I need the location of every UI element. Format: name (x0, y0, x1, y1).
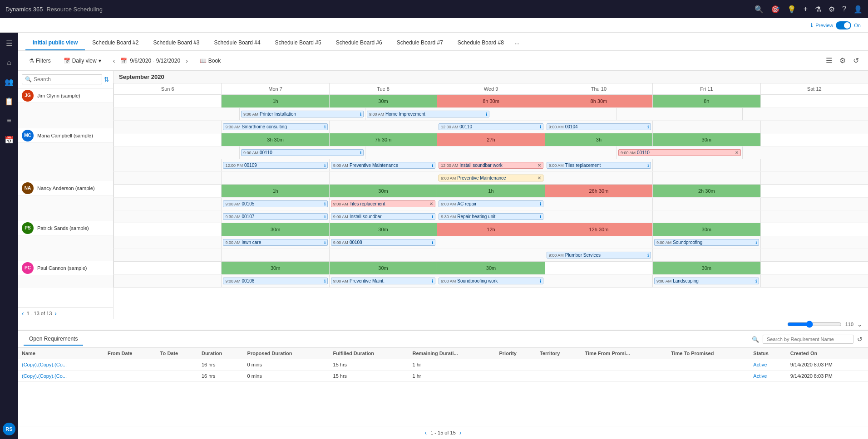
booking-info-icon[interactable]: ℹ (432, 163, 433, 168)
preview-toggle[interactable] (836, 21, 851, 29)
status-link[interactable]: Active (753, 362, 767, 367)
next-date-button[interactable]: › (183, 56, 191, 65)
booking-item[interactable]: 9:30 AM Smarthome consulting ℹ (223, 123, 327, 130)
sidebar-calendar-icon[interactable]: 📅 (2, 133, 16, 147)
pagination-next[interactable]: › (459, 429, 462, 436)
booking-info-icon[interactable]: ℹ (324, 279, 326, 283)
booking-item[interactable]: 9:00 AM 00105 ℹ (223, 200, 327, 207)
open-requirements-tab[interactable]: Open Requirements (24, 333, 83, 346)
sidebar-home-icon[interactable]: ⌂ (4, 56, 14, 69)
tab-schedule-board-3[interactable]: Schedule Board #3 (146, 36, 207, 50)
col-duration[interactable]: Duration (198, 348, 244, 359)
sidebar-list-icon[interactable]: ≡ (4, 114, 14, 127)
tab-schedule-board-8[interactable]: Schedule Board #8 (450, 36, 511, 50)
close-icon[interactable]: ✕ (429, 201, 433, 206)
booking-item[interactable]: 9:00 AM Landscaping ℹ (654, 278, 759, 284)
booking-item[interactable]: 9:00 AM 00108 ℹ (331, 239, 435, 246)
booking-item[interactable]: 9:00 AM Tiles replacement ℹ (547, 162, 651, 169)
booking-info-icon[interactable]: ℹ (360, 151, 361, 155)
col-fulfilled-duration[interactable]: Fulfilled Duration (330, 348, 409, 359)
filters-button[interactable]: ⚗ Filters (25, 56, 54, 66)
tab-schedule-board-6[interactable]: Schedule Board #6 (329, 36, 390, 50)
booking-info-icon[interactable]: ℹ (647, 163, 649, 168)
booking-info-icon[interactable]: ℹ (324, 240, 326, 245)
booking-info-icon[interactable]: ℹ (647, 253, 649, 258)
col-created-on[interactable]: Created On (787, 348, 868, 359)
booking-info-icon[interactable]: ℹ (432, 279, 433, 283)
sort-icon[interactable]: ⇅ (104, 76, 109, 83)
search-req-input[interactable] (763, 335, 853, 344)
resource-next-arrow[interactable]: › (54, 310, 57, 317)
col-to-date[interactable]: To Date (157, 348, 198, 359)
pagination-prev[interactable]: ‹ (425, 429, 427, 436)
booking-item[interactable]: 9:00 AM AC repair ℹ (439, 200, 543, 207)
req-name-link[interactable]: (Copy).(Copy).(Co... (22, 373, 67, 379)
col-name[interactable]: Name (18, 348, 104, 359)
sidebar-menu-icon[interactable]: ☰ (3, 36, 15, 50)
settings-icon[interactable]: ⚙ (829, 5, 835, 14)
user-avatar[interactable]: RS (3, 423, 15, 435)
col-status[interactable]: Status (750, 348, 787, 359)
col-remaining-duration[interactable]: Remaining Durati... (409, 348, 495, 359)
tab-schedule-board-2[interactable]: Schedule Board #2 (85, 36, 146, 50)
booking-item[interactable]: 9:00 AM Preventive Maintenance ✕ (439, 175, 543, 181)
booking-info-icon[interactable]: ℹ (755, 279, 757, 283)
booking-info-icon[interactable]: ℹ (540, 279, 541, 283)
add-icon[interactable]: + (804, 5, 808, 13)
resource-prev-arrow[interactable]: ‹ (22, 310, 24, 317)
refresh-icon[interactable]: ↺ (857, 336, 863, 343)
tabs-more[interactable]: ··· (511, 37, 523, 50)
col-time-from[interactable]: Time From Promi... (581, 348, 667, 359)
booking-item[interactable]: 9:00 AM Install soundbar ℹ (331, 213, 435, 220)
prev-date-button[interactable]: ‹ (110, 56, 118, 65)
col-proposed-duration[interactable]: Proposed Duration (244, 348, 330, 359)
booking-info-icon[interactable]: ℹ (540, 215, 541, 219)
booking-item[interactable]: 12:00 PM 00109 ℹ (223, 162, 327, 169)
booking-item[interactable]: 9:00 AM Soundproofing work ℹ (439, 278, 543, 284)
search-input[interactable] (34, 76, 99, 83)
help-icon[interactable]: ? (842, 5, 846, 13)
booking-info-icon[interactable]: ℹ (360, 112, 361, 117)
search-input-wrapper[interactable]: 🔍 (22, 74, 102, 84)
booking-item[interactable]: 9:00 AM Soundproofing ℹ (654, 239, 759, 246)
booking-item[interactable]: 12:00 AM 00110 ℹ (439, 123, 543, 130)
booking-item[interactable]: 12:00 AM Install soundbar work ✕ (439, 162, 543, 169)
booking-info-icon[interactable]: ℹ (540, 125, 541, 129)
booking-info-icon[interactable]: ℹ (486, 112, 487, 117)
tab-initial-public-view[interactable]: Initial public view (25, 36, 85, 50)
resource-item[interactable]: NA Nancy Anderson (sample) (18, 181, 113, 195)
tab-schedule-board-4[interactable]: Schedule Board #4 (207, 36, 268, 50)
search-icon[interactable]: 🔍 (755, 5, 764, 14)
resource-item[interactable]: JG Jim Glynn (sample) (18, 88, 113, 103)
booking-info-icon[interactable]: ℹ (540, 202, 541, 206)
refresh-icon[interactable]: ↺ (851, 54, 861, 67)
expand-icon[interactable]: ⌄ (857, 321, 863, 328)
col-from-date[interactable]: From Date (104, 348, 157, 359)
col-time-to[interactable]: Time To Promised (667, 348, 750, 359)
col-territory[interactable]: Territory (536, 348, 581, 359)
idea-icon[interactable]: 💡 (787, 5, 796, 14)
booking-item[interactable]: 9:00 AM Printer Installation ℹ (241, 111, 364, 117)
booking-item[interactable]: 9:00 AM Plumber Services ℹ (547, 252, 651, 259)
booking-item[interactable]: 9:00 AM lawn care ℹ (223, 239, 327, 246)
req-name-link[interactable]: (Copy).(Copy).(Co... (22, 362, 67, 367)
booking-item[interactable]: 9:00 AM 00110 ✕ (618, 149, 741, 156)
booking-info-icon[interactable]: ℹ (432, 215, 433, 219)
resource-item[interactable]: MC Maria Campbell (sample) (18, 128, 113, 143)
booking-info-icon[interactable]: ℹ (755, 240, 757, 245)
list-view-icon[interactable]: ☰ (824, 54, 834, 67)
resource-item[interactable]: PC Paul Cannon (sample) (18, 261, 113, 275)
booking-info-icon[interactable]: ℹ (324, 163, 326, 168)
status-link[interactable]: Active (753, 373, 767, 379)
booking-info-icon[interactable]: ℹ (324, 125, 326, 129)
booking-info-icon[interactable]: ℹ (647, 125, 649, 129)
booking-item[interactable]: 9:30 AM Repair heating unit ℹ (439, 213, 543, 220)
close-icon[interactable]: ✕ (538, 176, 541, 180)
booking-item[interactable]: 9:00 AM Home Improvement ℹ (367, 111, 489, 117)
sidebar-people-icon[interactable]: 👥 (2, 75, 16, 89)
booking-item[interactable]: 9:00 AM 00110 ℹ (241, 149, 364, 156)
booking-item[interactable]: 9:00 AM 00106 ℹ (223, 278, 327, 284)
book-button[interactable]: 📖 Book (196, 56, 224, 66)
settings-icon[interactable]: ⚙ (838, 54, 848, 67)
booking-info-icon[interactable]: ℹ (324, 215, 326, 219)
